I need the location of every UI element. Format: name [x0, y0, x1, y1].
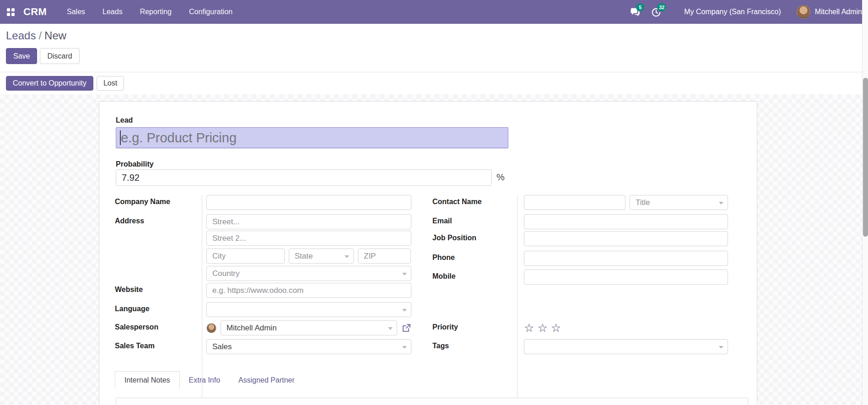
street2-input[interactable]	[206, 231, 411, 246]
discard-button[interactable]: Discard	[40, 48, 79, 64]
phone-row: Phone	[432, 251, 728, 266]
chevron-down-icon	[345, 255, 349, 258]
tab-assigned-partner[interactable]: Assigned Partner	[229, 371, 304, 389]
tab-extra-info[interactable]: Extra Info	[180, 371, 229, 389]
language-select[interactable]	[206, 302, 411, 317]
top-navbar: CRM Sales Leads Reporting Configuration …	[0, 0, 862, 24]
priority-star-icon[interactable]: ☆	[551, 322, 561, 334]
salesperson-label: Salesperson	[115, 323, 158, 331]
priority-stars: ☆☆☆	[524, 322, 561, 334]
record-actions: Save Discard	[6, 48, 862, 64]
phone-label: Phone	[432, 254, 455, 262]
menu-reporting[interactable]: Reporting	[140, 8, 172, 16]
priority-star-icon[interactable]: ☆	[524, 322, 534, 334]
salesperson-row: Salesperson Mitchell Admin	[115, 320, 411, 335]
company-name-input[interactable]	[206, 195, 411, 210]
breadcrumb-leads-link[interactable]: Leads	[6, 29, 36, 42]
contact-name-label: Contact Name	[432, 198, 482, 206]
company-switcher[interactable]: My Company (San Francisco)	[684, 8, 781, 16]
chevron-down-icon	[402, 309, 407, 312]
chevron-down-icon	[719, 346, 723, 349]
save-button[interactable]: Save	[6, 48, 37, 64]
chevron-down-icon	[719, 202, 723, 205]
menu-configuration[interactable]: Configuration	[189, 8, 232, 16]
company-name-label: Company Name	[115, 198, 170, 206]
lead-name-input[interactable]	[116, 127, 508, 148]
notebook-tabs: Internal Notes Extra Info Assigned Partn…	[115, 371, 304, 389]
apps-grid-icon[interactable]	[7, 8, 15, 16]
company-name-row: Company Name	[115, 195, 411, 210]
mobile-row: Mobile	[432, 270, 728, 285]
sales-team-label: Sales Team	[115, 342, 155, 350]
tags-row: Tags	[432, 339, 728, 354]
zip-input[interactable]	[358, 248, 411, 264]
contact-name-input[interactable]	[524, 195, 625, 210]
address-label: Address	[115, 217, 144, 225]
priority-row: Priority ☆☆☆	[432, 320, 728, 335]
scrollbar-thumb[interactable]	[863, 78, 868, 237]
website-row: Website	[115, 283, 411, 298]
user-avatar[interactable]	[797, 5, 810, 19]
sales-team-select[interactable]: Sales	[206, 339, 411, 354]
tags-label: Tags	[432, 342, 449, 350]
state-select[interactable]: State	[289, 248, 354, 264]
salesperson-avatar[interactable]	[206, 323, 216, 333]
control-panel: Leads/New Save Discard Convert to Opport…	[0, 24, 862, 94]
street2-row	[115, 231, 411, 246]
country-select[interactable]: Country	[206, 266, 411, 281]
job-position-label: Job Position	[432, 234, 476, 242]
app-brand[interactable]: CRM	[23, 6, 47, 18]
convert-to-opportunity-button[interactable]: Convert to Opportunity	[6, 76, 93, 91]
menu-sales[interactable]: Sales	[67, 8, 85, 16]
activities-icon[interactable]: 32	[651, 6, 662, 17]
menu-leads[interactable]: Leads	[102, 8, 123, 16]
city-state-zip-row: State	[115, 248, 411, 264]
country-row: Country	[115, 266, 411, 281]
breadcrumb: Leads/New	[6, 29, 862, 42]
tab-internal-notes[interactable]: Internal Notes	[115, 371, 180, 389]
external-link-icon[interactable]	[401, 323, 411, 333]
activities-badge: 32	[657, 3, 666, 11]
sales-team-row: Sales Team Sales	[115, 339, 411, 354]
email-row: Email	[432, 214, 728, 229]
lost-button[interactable]: Lost	[97, 76, 124, 91]
title-select[interactable]: Title	[630, 195, 728, 210]
job-position-input[interactable]	[524, 231, 728, 246]
messages-icon[interactable]: 5	[630, 6, 641, 17]
text-cursor	[120, 130, 121, 145]
chevron-down-icon	[388, 327, 393, 330]
breadcrumb-current: New	[44, 29, 66, 42]
website-label: Website	[115, 286, 143, 294]
email-label: Email	[432, 217, 452, 225]
job-position-row: Job Position	[432, 231, 728, 246]
form-sheet: Lead Probability % Company Name Address	[99, 101, 757, 405]
probability-input[interactable]	[116, 169, 492, 186]
language-row: Language	[115, 302, 411, 317]
street-input[interactable]	[206, 214, 411, 229]
phone-input[interactable]	[524, 251, 728, 266]
lead-name-wrap	[116, 127, 508, 148]
priority-label: Priority	[432, 323, 458, 331]
priority-star-icon[interactable]: ☆	[537, 322, 547, 334]
city-input[interactable]	[206, 248, 285, 264]
navbar-right: 5 32 My Company (San Francisco) Mitchell…	[620, 5, 862, 19]
user-name[interactable]: Mitchell Admin	[815, 8, 862, 16]
language-label: Language	[115, 305, 150, 313]
tags-select[interactable]	[524, 339, 728, 354]
salesperson-select[interactable]: Mitchell Admin	[221, 320, 397, 335]
page-scrollbar[interactable]	[862, 0, 868, 405]
main-menu: Sales Leads Reporting Configuration	[67, 8, 232, 16]
website-input[interactable]	[206, 283, 411, 298]
mobile-input[interactable]	[524, 270, 728, 285]
internal-notes-editor[interactable]	[116, 398, 748, 405]
crm-lead-form-screen: CRM Sales Leads Reporting Configuration …	[0, 0, 868, 405]
mobile-label: Mobile	[432, 272, 456, 281]
breadcrumb-and-actions: Leads/New Save Discard	[0, 24, 862, 72]
messages-badge: 5	[636, 3, 644, 11]
street-row: Address	[115, 214, 411, 229]
probability-suffix: %	[496, 172, 505, 183]
statusbar: Convert to Opportunity Lost	[0, 72, 862, 94]
email-input[interactable]	[524, 214, 728, 229]
chevron-down-icon	[402, 346, 407, 349]
breadcrumb-separator: /	[36, 29, 44, 42]
